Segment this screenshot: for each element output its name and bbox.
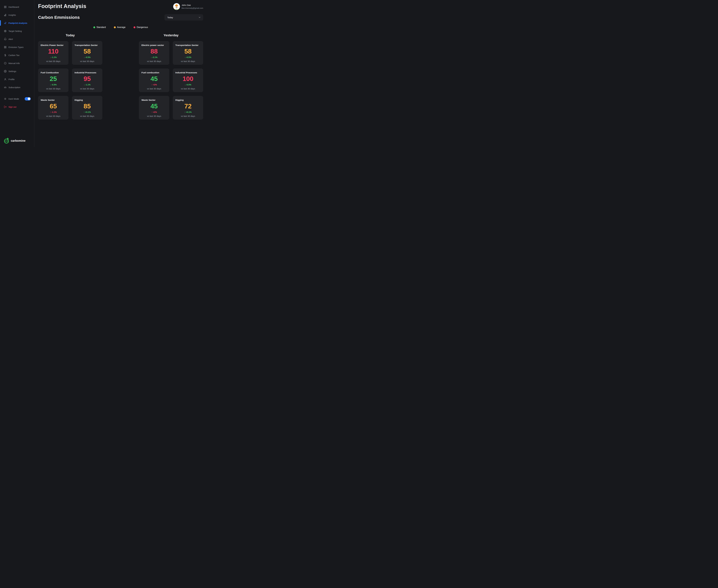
sidebar-item-dark-mode: Dark Mode xyxy=(0,95,34,103)
card-delta: ↑-1.1% xyxy=(41,111,66,113)
card-value: 95 xyxy=(75,76,100,82)
sidebar-item-footprint-analysis[interactable]: Footprint Analysis xyxy=(0,19,34,27)
stat-card-waste-sector-today: Waste Sector 65 ↑-1.1% vs last 30 days xyxy=(38,96,68,120)
sidebar-item-sign-out[interactable]: Sign out xyxy=(0,103,34,111)
status-legend: Standard Average Dangerous xyxy=(38,26,203,28)
card-value: 58 xyxy=(75,48,100,55)
card-value: 100 xyxy=(175,76,201,82)
delta-arrow-icon: ↓ xyxy=(84,56,85,58)
app-root: Dashboard Insights Footprint Analysis Ta… xyxy=(0,0,207,147)
sidebar-item-label: Footprint Analysis xyxy=(8,22,27,24)
card-caption: vs last 30 days xyxy=(175,87,201,90)
delta-arrow-icon: ↑ xyxy=(184,111,185,113)
card-title: Fuel combustion xyxy=(141,71,167,74)
delta-arrow-icon: ↑ xyxy=(151,84,152,86)
user-email: Ben.Kennedy@gmail.com xyxy=(182,7,203,9)
sidebar-item-insights[interactable]: Insights xyxy=(0,11,34,19)
stat-card-fuel-combustion-today: Fuel Combustion 25 ↓-0.5% vs last 30 day… xyxy=(38,68,68,92)
sidebar-item-label: Target Setting xyxy=(8,30,22,32)
chevron-down-icon xyxy=(198,16,201,19)
delta-value: +0.1% xyxy=(186,111,191,113)
dark-mode-toggle[interactable] xyxy=(25,97,31,101)
card-value: 25 xyxy=(41,76,66,82)
info-icon xyxy=(4,62,6,65)
standard-dot-icon xyxy=(93,26,95,28)
card-value: 110 xyxy=(41,48,66,55)
sun-icon xyxy=(4,98,6,100)
page-title: Footprint Analysis xyxy=(38,3,86,9)
sidebar-item-manual-info[interactable]: Manual Info xyxy=(0,59,34,67)
sidebar-item-label: Carbon Tax xyxy=(8,54,19,57)
card-title: Waste Sector xyxy=(141,99,167,101)
delta-value: +2% xyxy=(153,84,157,86)
tiles-grid-icon xyxy=(4,46,6,48)
column-yesterday: Yesterday Electric power sector 88 ↓-2.1… xyxy=(139,34,203,120)
sidebar-item-label: Manual Info xyxy=(8,62,20,64)
card-delta: ↑+0.1% xyxy=(175,111,201,113)
delta-arrow-icon: ↑ xyxy=(50,111,51,113)
sidebar-item-label: Alert xyxy=(8,38,13,40)
stat-card-waste-sector-yesterday: Waste Sector 45 ↑+2% vs last 30 days xyxy=(139,96,169,120)
co2-logo-icon: CO 2 xyxy=(3,138,10,144)
card-value: 72 xyxy=(175,103,201,109)
card-value: 85 xyxy=(75,103,100,109)
card-caption: vs last 30 days xyxy=(175,115,201,117)
sidebar-item-emission-types[interactable]: Emission Types xyxy=(0,43,34,51)
delta-value: -1.1% xyxy=(52,56,57,58)
person-icon xyxy=(4,78,6,81)
section-title: Carbon Emmissions xyxy=(38,15,80,20)
card-caption: vs last 30 days xyxy=(41,87,66,90)
sidebar-item-settings[interactable]: Settings xyxy=(0,67,34,75)
column-today-header: Today xyxy=(38,34,102,37)
delta-arrow-icon: ↓ xyxy=(151,56,152,58)
sidebar: Dashboard Insights Footprint Analysis Ta… xyxy=(0,0,35,147)
svg-text:2: 2 xyxy=(8,141,8,143)
card-title: Digging xyxy=(75,99,100,101)
sidebar-item-profile[interactable]: Profile xyxy=(0,75,34,83)
card-caption: vs last 30 days xyxy=(41,60,66,62)
dashboard-grid-icon xyxy=(4,6,6,8)
dangerous-dot-icon xyxy=(134,26,136,28)
delta-arrow-icon: ↓ xyxy=(84,84,85,86)
card-delta: ↑+2% xyxy=(141,84,167,86)
card-value: 45 xyxy=(141,76,167,82)
user-menu[interactable]: John Doe Ben.Kennedy@gmail.com xyxy=(173,3,203,10)
card-caption: vs last 30 days xyxy=(141,115,167,117)
period-dropdown[interactable]: Today xyxy=(164,14,203,21)
section-row: Carbon Emmissions Today xyxy=(38,14,203,21)
sidebar-item-label: Insights xyxy=(8,14,16,16)
sign-out-label: Sign out xyxy=(8,106,16,108)
sidebar-item-label: Settings xyxy=(8,70,16,72)
period-dropdown-value: Today xyxy=(167,16,173,19)
delta-value: +2% xyxy=(153,111,157,113)
stat-card-digging-today: Digging 85 ↑+0.1% vs last 30 days xyxy=(72,96,102,120)
card-value: 65 xyxy=(41,103,66,109)
delta-value: -0.5% xyxy=(52,84,57,86)
sidebar-item-target-setting[interactable]: Target Setting xyxy=(0,27,34,35)
card-delta: ↓-0.5% xyxy=(41,84,66,86)
dollar-icon xyxy=(4,54,6,57)
card-delta: ↑+0.1% xyxy=(75,111,100,113)
svg-text:CO: CO xyxy=(5,140,8,142)
card-delta: ↓-0.5% xyxy=(175,84,201,86)
card-title: Digging xyxy=(175,99,201,101)
sidebar-item-label: Emission Types xyxy=(8,46,24,48)
delta-value: +0.1% xyxy=(85,111,91,113)
delta-arrow-icon: ↓ xyxy=(185,84,186,86)
card-title: Industrial Processes xyxy=(175,71,201,74)
card-title: Electric power sector xyxy=(141,44,167,46)
sidebar-item-dashboard[interactable]: Dashboard xyxy=(0,3,34,11)
card-value: 88 xyxy=(141,48,167,55)
delta-value: -1.1% xyxy=(85,84,90,86)
sidebar-item-alert[interactable]: Alert xyxy=(0,35,34,43)
sidebar-item-label: Profile xyxy=(8,78,15,81)
sidebar-item-subscription[interactable]: Subscription xyxy=(0,83,34,91)
app-logo: CO 2 carbomine xyxy=(3,138,25,144)
construction-worker-avatar-icon xyxy=(173,3,180,10)
yesterday-card-grid: Electric power sector 88 ↓-2.1% vs last … xyxy=(139,41,203,120)
target-icon xyxy=(4,30,6,33)
delta-arrow-icon: ↓ xyxy=(50,56,51,58)
sidebar-item-carbon-tax[interactable]: Carbon Tax xyxy=(0,51,34,59)
card-caption: vs last 30 days xyxy=(175,60,201,62)
card-delta: ↓-2.1% xyxy=(141,56,167,58)
